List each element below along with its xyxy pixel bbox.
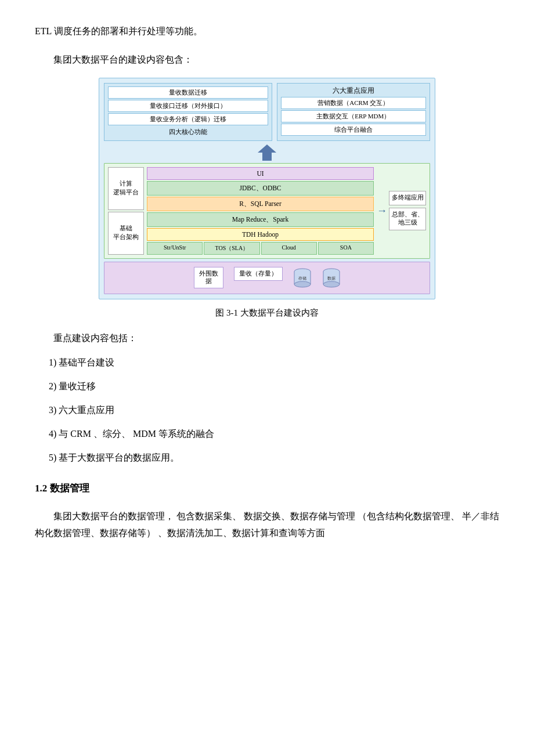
top-boxes-row: 量收数据迁移 量收接口迁移（对外接口） 量收业务分析（逻辑）迁移 四大核心功能 … (104, 83, 430, 141)
top-left-item-3: 量收业务分析（逻辑）迁移 (108, 113, 268, 125)
arrow-up-icon (258, 144, 276, 161)
right-tag-terminal: 多终端应用 (389, 191, 426, 205)
list-item-5: 5) 基于大数据平台的数据应用。 (35, 450, 499, 466)
layer-mapreduce: Map Reduce、Spark (147, 212, 374, 227)
intro-paragraph: ETL 调度任务的部署和并行处理等功能。 (35, 23, 499, 40)
top-right-title: 六大重点应用 (281, 86, 426, 95)
diagram: 量收数据迁移 量收接口迁移（对外接口） 量收业务分析（逻辑）迁移 四大核心功能 … (99, 78, 435, 299)
storage-box-collect: 量收（存量） (234, 267, 283, 281)
top-right-block: 六大重点应用 营销数据（ACRM 交互） 主数据交互（ERP MDM） 综合平台… (277, 83, 430, 141)
arrow-right-icon: → (377, 205, 387, 217)
middle-inner-row: 计算逻辑平台 基础平台架构 UI JDBC、ODBC R、SQL Parser … (108, 167, 426, 255)
left-tags: 计算逻辑平台 基础平台架构 (108, 167, 144, 255)
list-item-4: 4) 与 CRM 、综分、 MDM 等系统的融合 (35, 426, 499, 443)
top-left-item-2: 量收接口迁移（对外接口） (108, 100, 268, 112)
bottom-layer-cloud: Cloud (261, 242, 317, 255)
top-right-item-3: 综合平台融合 (281, 124, 426, 136)
middle-section: 计算逻辑平台 基础平台架构 UI JDBC、ODBC R、SQL Parser … (104, 163, 430, 259)
section-1-2-heading: 1.2 数据管理 (35, 480, 499, 498)
left-tag-base: 基础平台架构 (108, 212, 144, 255)
svg-text:数据: 数据 (327, 276, 335, 281)
diagram-outer-border: 量收数据迁移 量收接口迁移（对外接口） 量收业务分析（逻辑）迁移 四大核心功能 … (99, 78, 435, 299)
center-layers: UI JDBC、ODBC R、SQL Parser Map Reduce、Spa… (147, 167, 374, 255)
platform-title: 集团大数据平台的建设内容包含： (35, 52, 499, 68)
bottom-storage: 外围数据 量收（存量） 存储 (104, 262, 430, 294)
layer-jdbc: JDBC、ODBC (147, 181, 374, 196)
storage-item-data: 外围数据 (194, 267, 223, 289)
right-tag-levels: 总部、省、地三级 (389, 208, 426, 230)
layer-ui: UI (147, 167, 374, 180)
storage-item-collect: 量收（存量） (234, 267, 283, 289)
right-tags: 多终端应用 总部、省、地三级 (389, 191, 426, 230)
bottom-layer-tos: TOS（SLA） (204, 242, 259, 255)
storage-box-data: 外围数据 (194, 267, 223, 288)
storage-db-2: 数据 (322, 267, 341, 289)
left-tag-compute: 计算逻辑平台 (108, 167, 144, 210)
top-left-item-4: 四大核心功能 (108, 126, 268, 138)
layer-rsql: R、SQL Parser (147, 197, 374, 211)
top-right-item-2: 主数据交互（ERP MDM） (281, 110, 426, 122)
db-cylinder-icon-2: 数据 (322, 267, 341, 289)
arrow-up-section (104, 144, 430, 161)
list-item-2: 2) 量收迁移 (35, 378, 499, 395)
svg-text:存储: 存储 (298, 276, 306, 281)
right-section: → 多终端应用 总部、省、地三级 (377, 167, 426, 255)
storage-db-1: 存储 (293, 267, 312, 289)
db-cylinder-icon-1: 存储 (293, 267, 312, 289)
top-left-block: 量收数据迁移 量收接口迁移（对外接口） 量收业务分析（逻辑）迁移 四大核心功能 (104, 83, 272, 141)
list-item-3: 3) 六大重点应用 (35, 402, 499, 419)
fig-caption: 图 3-1 大数据平台建设内容 (35, 308, 499, 319)
bottom-layer-soa: SOA (318, 242, 374, 255)
svg-point-2 (294, 281, 311, 287)
top-right-item-1: 营销数据（ACRM 交互） (281, 97, 426, 109)
content-heading: 重点建设内容包括： (35, 330, 499, 347)
bottom-layer-row: Str/UnStr TOS（SLA） Cloud SOA (147, 242, 374, 255)
bottom-layer-str: Str/UnStr (147, 242, 203, 255)
list-item-1: 1) 基础平台建设 (35, 355, 499, 371)
top-left-item-1: 量收数据迁移 (108, 86, 268, 99)
svg-point-8 (323, 281, 340, 287)
layer-hadoop: TDH Hadoop (147, 228, 374, 241)
diagram-wrapper: 量收数据迁移 量收接口迁移（对外接口） 量收业务分析（逻辑）迁移 四大核心功能 … (35, 78, 499, 299)
bottom-paragraph: 集团大数据平台的数据管理， 包含数据采集、 数据交换、数据存储与管理 （包含结构… (35, 508, 499, 542)
